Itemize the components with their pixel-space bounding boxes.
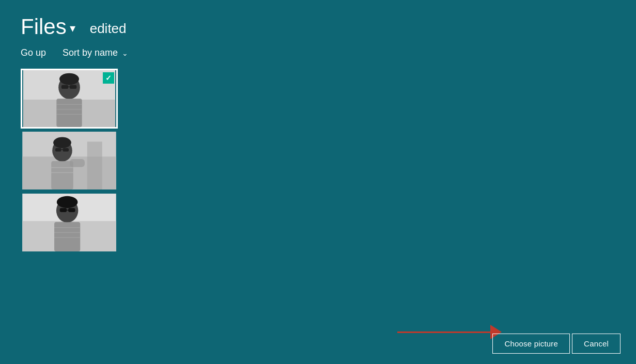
- svg-rect-14: [55, 148, 61, 152]
- svg-rect-3: [61, 85, 68, 89]
- svg-rect-7: [56, 99, 82, 127]
- svg-rect-19: [70, 159, 85, 167]
- header: Files ▾ edited: [0, 0, 636, 44]
- list-item[interactable]: [21, 131, 118, 191]
- page-title: Files: [21, 14, 67, 39]
- edited-label: edited: [90, 21, 127, 37]
- sort-chevron-icon: ⌄: [122, 49, 128, 57]
- svg-rect-18: [51, 161, 73, 189]
- svg-point-17: [53, 137, 71, 148]
- svg-rect-27: [68, 208, 75, 212]
- svg-rect-30: [54, 222, 80, 251]
- svg-rect-20: [87, 141, 102, 189]
- go-up-button[interactable]: Go up: [21, 48, 46, 58]
- svg-point-29: [57, 196, 78, 208]
- svg-point-6: [59, 73, 79, 85]
- sort-by-label: Sort by name: [63, 48, 118, 58]
- list-item[interactable]: [21, 193, 118, 252]
- file-grid: ✓: [0, 67, 636, 255]
- svg-rect-4: [70, 85, 76, 89]
- sort-by-button[interactable]: Sort by name ⌄: [63, 48, 128, 58]
- toolbar: Go up Sort by name ⌄: [0, 44, 636, 67]
- choose-picture-button[interactable]: Choose picture: [492, 334, 570, 354]
- selection-checkmark: ✓: [103, 72, 114, 84]
- bottom-bar: Choose picture Cancel: [477, 323, 636, 364]
- cancel-button[interactable]: Cancel: [572, 334, 621, 354]
- title-chevron-icon[interactable]: ▾: [70, 22, 75, 35]
- title-section: Files ▾: [21, 14, 75, 39]
- arrow-line: [397, 331, 490, 333]
- svg-rect-26: [60, 208, 67, 212]
- svg-rect-15: [63, 148, 69, 152]
- list-item[interactable]: ✓: [21, 69, 118, 129]
